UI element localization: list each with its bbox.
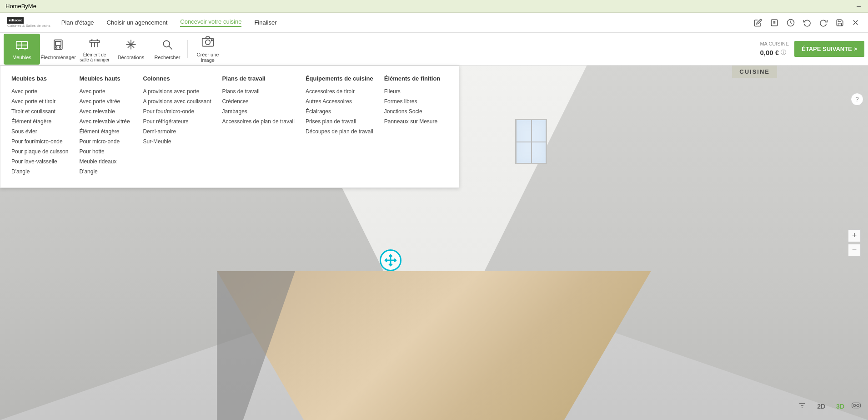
dropdown-item[interactable]: Avec porte vitrée [79,98,132,105]
rechercher-icon [161,38,174,53]
save-btn[interactable] [834,17,846,29]
dropdown-item[interactable]: Jambages [222,108,295,115]
toolbar: Meubles Électroménager Élément de salle … [0,33,868,66]
window-horizontal-bar [517,142,546,142]
dropdown-item[interactable]: A provisions avec porte [143,88,211,95]
redo-btn[interactable] [818,17,829,29]
svg-point-13 [60,46,61,48]
dropdown-col-colonnes: Colonnes A provisions avec porte A provi… [143,75,222,178]
tool-salle-manger[interactable]: Élément de salle à manger [76,34,113,65]
list-icon-btn[interactable] [768,17,780,29]
dropdown-col-meubles-hauts: Meubles hauts Avec porte Avec porte vitr… [79,75,143,178]
dropdown-item[interactable]: Demi-armoire [143,128,211,135]
ma-cuisine-price: 0,00 € [760,48,779,57]
tool-salle-manger-label: Élément de salle à manger [78,52,111,62]
dropdown-col-meubles-bas: Meubles bas Avec porte Avec porte et tir… [11,75,79,178]
tool-electromenager-label: Électroménager [40,55,76,60]
vr-icon-btn[interactable] [852,402,861,410]
dropdown-item[interactable]: Avec porte [79,88,132,95]
dropdown-item[interactable]: D'angle [11,168,68,175]
dropdown-item[interactable]: Autres Accessoires [306,98,373,105]
nav-choisir-agencement[interactable]: Choisir un agencement [107,19,168,26]
ma-cuisine-label: MA CUISINE [760,40,789,47]
dropdown-item[interactable]: Panneaux sur Mesure [384,118,448,125]
dropdown-item[interactable]: Pour micro-onde [79,138,132,145]
dropdown-item[interactable]: Pour four/micro-onde [11,138,68,145]
dropdown-item[interactable]: Plans de travail [222,88,295,95]
tool-electromenager[interactable]: Électroménager [40,34,76,65]
filter-icon-btn[interactable] [794,400,810,413]
dropdown-item[interactable]: Pour lave-vaisselle [11,158,68,165]
nav-concevoir-cuisine[interactable]: Concevoir votre cuisine [180,18,241,27]
zoom-out-btn[interactable]: − [848,244,861,257]
dropdown-item[interactable]: Fileurs [384,88,448,95]
dropdown-item[interactable]: Avec porte et tiroir [11,98,68,105]
dropdown-item[interactable]: Sous évier [11,128,68,135]
zoom-controls: + − [848,229,861,257]
col-header-plans-travail: Plans de travail [222,75,295,82]
tool-decorations-label: Décorations [118,55,145,60]
dropdown-item[interactable]: Avec relevable [79,108,132,115]
minimize-btn[interactable]: – [855,0,863,12]
toolbar-separator [187,40,188,58]
tool-rechercher[interactable]: Rechercher [149,34,186,65]
decorations-icon [125,38,137,53]
etape-suivante-btn[interactable]: ÉTAPE SUIVANTE > [794,41,864,57]
dropdown-item[interactable]: Crédences [222,98,295,105]
dropdown-item[interactable]: Élément étagère [11,118,68,125]
view-3d-btn[interactable]: 3D [833,401,848,412]
dropdown-item[interactable]: Pour hotte [79,148,132,155]
col-header-meubles-bas: Meubles bas [11,75,68,82]
dropdown-item[interactable]: Pour plaque de cuisson [11,148,68,155]
dropdown-item[interactable]: Jonctions Socle [384,108,448,115]
dropdown-item[interactable]: Accessoires de plan de travail [222,118,295,125]
dropdown-item[interactable]: Accessoires de tiroir [306,88,373,95]
dropdown-item[interactable]: Pour réfrigérateurs [143,118,211,125]
dropdown-item[interactable]: Avec porte [11,88,68,95]
svg-point-35 [853,405,856,407]
undo-btn[interactable] [801,17,813,29]
meubles-icon [15,38,28,53]
ma-cuisine-info: MA CUISINE 0,00 € ⓘ [760,40,789,57]
dropdown-menu: Meubles bas Avec porte Avec porte et tir… [0,66,459,188]
cuisine-badge: CUISINE [732,66,777,78]
dropdown-item[interactable]: Prises plan de travail [306,118,373,125]
svg-point-27 [206,40,211,45]
dropdown-item[interactable]: A provisions avec coulissant [143,98,211,105]
dropdown-item[interactable]: Meuble rideaux [79,158,132,165]
logo: ■discac Cuisines & Salles de bains [7,17,50,27]
window [515,119,547,164]
nav-bar: ■discac Cuisines & Salles de bains Plan … [0,13,868,33]
tool-meubles[interactable]: Meubles [4,34,40,65]
dropdown-item[interactable]: Formes libres [384,98,448,105]
dropdown-item[interactable]: Avec relevable vitrée [79,118,132,125]
view-2d-btn[interactable]: 2D [813,401,829,412]
close-btn[interactable]: ✕ [850,16,861,30]
info-icon[interactable]: ⓘ [781,49,786,56]
svg-point-28 [211,40,212,41]
dropdown-item[interactable]: Tiroir et coulissant [11,108,68,115]
dropdown-item[interactable]: D'angle [79,168,132,175]
dropdown-item[interactable]: Éclairages [306,108,373,115]
tool-creer-image[interactable]: Créer une image [190,34,226,65]
bottom-view-controls: 2D 3D [794,400,861,413]
tool-creer-image-label: Créer une image [191,52,224,63]
tool-meubles-label: Meubles [12,55,31,60]
dropdown-item[interactable]: Sur-Meuble [143,138,211,145]
history-icon-btn[interactable] [785,17,797,29]
svg-line-25 [169,46,172,49]
tool-decorations[interactable]: Décorations [113,34,149,65]
main-nav: Plan d'étage Choisir un agencement Conce… [61,18,752,27]
nav-plan-etage[interactable]: Plan d'étage [61,19,94,26]
edit-icon-btn[interactable] [752,17,764,29]
svg-point-12 [55,46,57,48]
dropdown-item[interactable]: Élément étagère [79,128,132,135]
zoom-in-btn[interactable]: + [848,229,861,242]
electromenager-icon [52,38,65,53]
help-btn[interactable]: ? [851,93,863,106]
dropdown-col-equipements: Équipements de cuisine Accessoires de ti… [306,75,384,178]
move-cursor[interactable] [380,249,401,271]
nav-finaliser[interactable]: Finaliser [254,19,276,26]
dropdown-item[interactable]: Découpes de plan de travail [306,128,373,135]
dropdown-item[interactable]: Pour four/micro-onde [143,108,211,115]
